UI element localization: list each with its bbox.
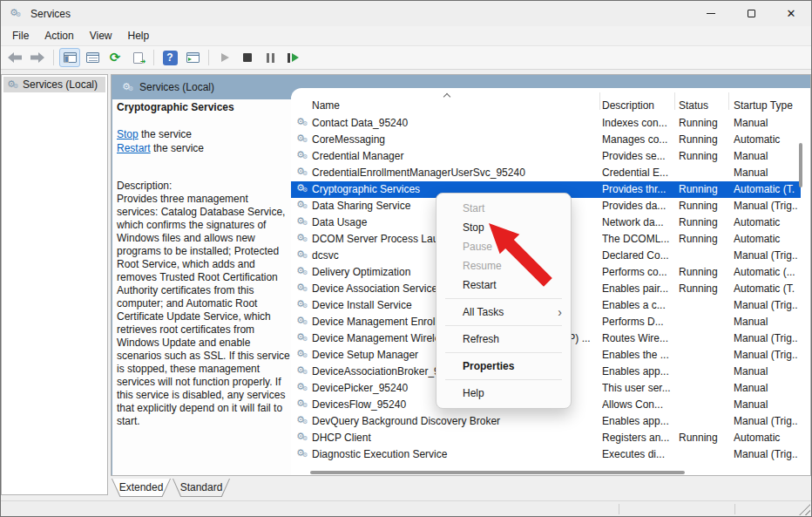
menu-file[interactable]: File (4, 27, 37, 44)
tab-extended[interactable]: Extended (112, 479, 171, 497)
cell-description: Routes Wire... (602, 332, 675, 344)
help-icon[interactable]: ? (159, 48, 180, 67)
cell-description: Credential E... (602, 167, 675, 179)
toolbar-separator (53, 50, 54, 65)
service-gear-icon: ⚙⚙ (296, 382, 308, 393)
cell-description: Enables app... (602, 415, 675, 427)
cell-description: Declared Co... (602, 249, 675, 262)
cell-startup-type: Manual (Trig.. (734, 332, 801, 344)
cell-description: This user ser... (602, 382, 675, 394)
minimize-button[interactable] (691, 1, 731, 26)
refresh-icon[interactable]: ⟳ (105, 48, 125, 67)
service-gear-icon: ⚙⚙ (296, 133, 308, 145)
window-title: Services (30, 8, 71, 20)
menu-item-restart[interactable]: Restart (436, 276, 571, 295)
cell-name: CoreMessaging (312, 133, 598, 146)
stop-service-link[interactable]: Stop (117, 128, 139, 140)
column-divider[interactable] (599, 92, 600, 110)
column-header-status[interactable]: Status (679, 99, 708, 112)
tree-item-services-local[interactable]: ⚙⚙ Services (Local) (3, 77, 105, 92)
menu-action[interactable]: Action (37, 27, 81, 44)
menu-item-help[interactable]: Help (436, 384, 571, 403)
cell-description: Provides thr... (602, 183, 675, 195)
menu-item-refresh[interactable]: Refresh (436, 330, 571, 349)
table-row[interactable]: ⚙⚙CoreMessagingManages co...RunningAutom… (291, 132, 801, 148)
cell-description: Enables a c... (602, 299, 675, 311)
services-gear-icon: ⚙⚙ (122, 82, 134, 93)
column-divider[interactable] (674, 92, 675, 110)
column-header-name[interactable]: Name (312, 99, 340, 112)
menu-item-all-tasks[interactable]: All Tasks› (436, 303, 571, 322)
properties-icon[interactable] (82, 48, 103, 67)
stop-service-line-rest: the service (139, 128, 192, 140)
restart-service-link[interactable]: Restart (117, 142, 151, 154)
service-gear-icon: ⚙⚙ (296, 299, 308, 310)
show-window-icon[interactable] (182, 48, 203, 67)
description-text: Provides three management services: Cata… (117, 193, 291, 428)
menu-help[interactable]: Help (120, 27, 158, 44)
cell-status: Running (679, 233, 727, 245)
table-row[interactable]: ⚙⚙Credential ManagerProvides se...Runnin… (291, 148, 801, 165)
maximize-button[interactable] (731, 1, 771, 26)
console-tree-panel: ⚙⚙ Services (Local) (1, 74, 108, 495)
tab-extended-label: Extended (119, 481, 164, 493)
menu-item-label: Restart (463, 276, 562, 295)
cell-description: Provides se... (602, 150, 675, 162)
cell-startup-type: Automatic (T. (734, 282, 801, 295)
restart-service-line-rest: the service (151, 142, 204, 154)
export-list-icon[interactable] (127, 48, 148, 67)
submenu-chevron-icon: › (558, 303, 562, 322)
vertical-scrollbar-thumb[interactable] (799, 143, 802, 187)
context-menu: StartStopPauseResumeRestartAll Tasks›Ref… (436, 193, 572, 409)
table-row[interactable]: ⚙⚙Contact Data_95240Indexes con...Runnin… (291, 115, 801, 132)
cell-description: Performs D... (602, 316, 675, 328)
tab-standard[interactable]: Standard (173, 479, 230, 497)
pane-header-label: Services (Local) (139, 81, 214, 93)
cell-startup-type: Manual (734, 316, 801, 328)
cell-description: Enables app... (602, 365, 675, 378)
cell-startup-type: Manual (734, 382, 801, 394)
status-divider (619, 504, 619, 514)
table-row[interactable]: ⚙⚙Diagnostic Execution ServiceExecutes d… (291, 446, 801, 463)
menu-item-resume: Resume (436, 256, 571, 276)
menu-bar: File Action View Help (1, 26, 811, 46)
restart-service-icon[interactable] (282, 48, 303, 67)
menu-view[interactable]: View (82, 27, 120, 44)
resize-grip-icon[interactable] (799, 504, 810, 515)
table-row[interactable]: ⚙⚙DHCP ClientRegisters an...RunningAutom… (291, 430, 801, 446)
menu-separator (445, 325, 562, 326)
service-gear-icon: ⚙⚙ (296, 233, 308, 244)
cell-startup-type: Manual (Trig.. (734, 448, 801, 460)
column-header-startup-type[interactable]: Startup Type (734, 99, 793, 112)
show-console-tree-icon[interactable] (59, 48, 80, 67)
table-row[interactable]: ⚙⚙DevQuery Background Discovery BrokerEn… (291, 413, 801, 430)
menu-item-properties[interactable]: Properties (436, 357, 571, 376)
description-label: Description: (117, 180, 172, 192)
close-icon: ✕ (787, 8, 796, 19)
close-button[interactable]: ✕ (771, 1, 811, 26)
cell-startup-type: Manual (734, 167, 801, 179)
restart-service-line: Restart the service (117, 141, 204, 155)
back-icon[interactable] (4, 48, 25, 67)
cell-status: Running (679, 282, 727, 295)
table-row[interactable]: ⚙⚙CredentialEnrollmentManagerUserSvc_952… (291, 165, 801, 181)
extended-info-panel: Cryptographic Services Stop the service … (112, 99, 291, 476)
start-service-icon[interactable] (214, 48, 235, 67)
service-gear-icon: ⚙⚙ (296, 332, 308, 344)
toolbar: ⟳ ? (1, 46, 811, 70)
menu-item-stop[interactable]: Stop (436, 218, 571, 237)
sort-ascending-icon (443, 93, 450, 100)
service-gear-icon: ⚙⚙ (296, 349, 308, 360)
menu-item-start: Start (436, 199, 571, 218)
stop-service-icon[interactable] (237, 48, 258, 67)
pause-service-icon[interactable] (260, 48, 281, 67)
menu-item-label: Refresh (463, 330, 562, 349)
horizontal-scrollbar-thumb[interactable] (310, 471, 685, 474)
service-gear-icon: ⚙⚙ (296, 150, 308, 161)
forward-icon[interactable] (27, 48, 48, 67)
service-gear-icon: ⚙⚙ (296, 266, 308, 277)
tab-standard-label: Standard (180, 481, 223, 493)
column-header-description[interactable]: Description (602, 99, 654, 112)
column-divider[interactable] (728, 92, 729, 110)
cell-startup-type: Automatic (T. (734, 183, 801, 195)
